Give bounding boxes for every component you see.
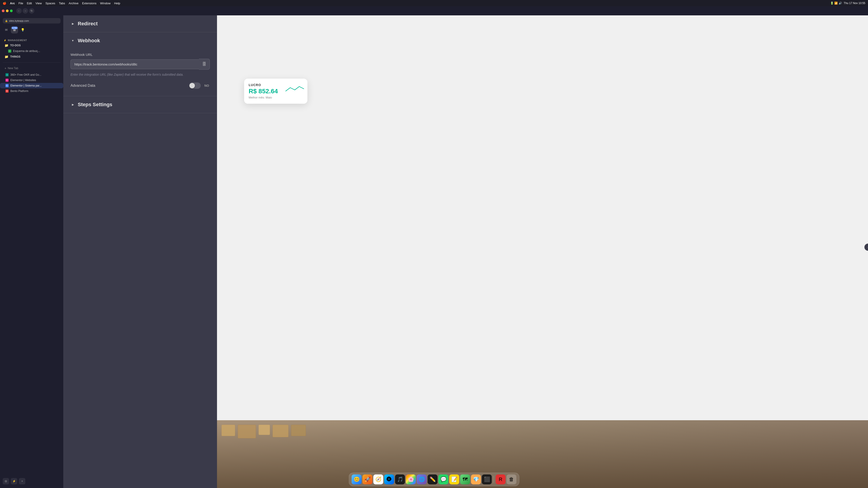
sidebar-item-elementor-sistema[interactable]: E Elementor | Sistema par... <box>0 83 63 88</box>
sidebar-tab-badge: in 5m <box>11 27 18 29</box>
url-text: sites.kyteapp.com <box>9 20 58 22</box>
steps-settings-section: ▶ Steps Settings <box>63 96 217 113</box>
webhook-section-body: Webhook URL 🗄 Enter the integration URL … <box>63 49 217 96</box>
browser-window: ← → ↻ 🔒 sites.kyteapp.com ✉ ⊞ in 5m 💡 <box>0 6 329 184</box>
favicon-bento: B <box>5 90 8 93</box>
sidebar-tab-grid[interactable]: ⊞ in 5m <box>11 26 18 33</box>
folder-things-label: THINGS <box>10 55 20 58</box>
webhook-toggle-icon: ▼ <box>70 38 75 43</box>
sidebar-item-bento-label: Bento Platform <box>10 90 28 93</box>
webhook-section-header[interactable]: ▼ Webhook <box>63 32 217 49</box>
folder-yellow-icon: 📁 <box>4 55 8 59</box>
webhook-url-action-button[interactable]: 🗄 <box>199 59 210 70</box>
sidebar-item-bento[interactable]: B Bento Platform <box>0 88 63 94</box>
favicon-elementor-sistema: E <box>5 84 8 87</box>
database-icon: 🗄 <box>202 62 206 67</box>
sidebar-item-elementor-websites[interactable]: E Elementor | Websites <box>0 77 63 83</box>
sidebar: 🔒 sites.kyteapp.com ✉ ⊞ in 5m 💡 ⚡ Manage… <box>0 15 63 184</box>
toggle-state-text: NO <box>204 84 210 88</box>
favicon-elementor-web: E <box>5 78 8 82</box>
maximize-button[interactable] <box>10 9 13 12</box>
bento-card-chart <box>286 83 304 92</box>
url-input-row: 🗄 <box>70 59 210 70</box>
menu-bar: 🍎 Arc File Edit View Spaces Tabs Archive… <box>0 0 329 6</box>
form-panel: ▶ Redirect ▼ Webhook Webhook URL <box>63 15 217 184</box>
browser-body: 🔒 sites.kyteapp.com ✉ ⊞ in 5m 💡 ⚡ Manage… <box>0 15 329 184</box>
window-controls <box>2 9 13 12</box>
right-panel: LUCRO R$ 852.64 Melhor mês: Maio <box>217 15 329 184</box>
lock-icon: 🔒 <box>5 20 8 22</box>
sidebar-item-okr[interactable]: 3 360+ Free OKR and Go... <box>0 72 63 77</box>
sidebar-folder-things[interactable]: 📁 THINGS <box>3 54 61 60</box>
menu-help[interactable]: Help <box>114 2 120 5</box>
redirect-toggle-icon: ▶ <box>70 22 75 26</box>
sidebar-tab-mail[interactable]: ✉ <box>3 26 10 33</box>
sidebar-tab-light[interactable]: 💡 <box>19 26 26 33</box>
advanced-data-label: Advanced Data <box>70 84 185 88</box>
sidebar-item-okr-label: 360+ Free OKR and Go... <box>10 73 41 76</box>
toggle-knob <box>189 83 195 88</box>
url-bar[interactable]: 🔒 sites.kyteapp.com <box>3 18 61 24</box>
webhook-hint: Enter the integration URL (like Zapier) … <box>70 72 210 77</box>
sidebar-item-elementor-sistema-label: Elementor | Sistema par... <box>10 84 41 87</box>
bolt-icon: ⚡ <box>4 39 6 41</box>
bento-card-subtitle: Melhor mês: Maio <box>249 96 303 99</box>
sidebar-tabs: ✉ ⊞ in 5m 💡 <box>0 25 63 34</box>
minimize-button[interactable] <box>6 9 8 12</box>
webhook-url-field-group: Webhook URL 🗄 Enter the integration URL … <box>70 53 210 77</box>
tab-bar: ← → ↻ <box>0 6 329 15</box>
close-button[interactable] <box>2 9 4 12</box>
menu-view[interactable]: View <box>35 2 42 5</box>
redirect-section-header[interactable]: ▶ Redirect <box>63 15 217 32</box>
plus-icon: + <box>4 66 6 70</box>
bento-card: LUCRO R$ 852.64 Melhor mês: Maio <box>244 78 307 104</box>
advanced-data-toggle[interactable] <box>189 83 201 89</box>
back-button[interactable]: ← <box>16 8 22 13</box>
sidebar-folder-todos[interactable]: 📁 TO-DOS <box>3 42 61 48</box>
new-tab-row[interactable]: + New Tab <box>3 65 61 71</box>
redirect-section: ▶ Redirect <box>63 15 217 32</box>
steps-settings-title: Steps Settings <box>78 102 112 107</box>
sidebar-item-esquema[interactable]: E Esquema de atribuiç... <box>3 48 61 54</box>
menu-archive[interactable]: Archive <box>69 2 79 5</box>
menu-window[interactable]: Window <box>100 2 111 5</box>
webhook-url-label: Webhook URL <box>70 53 210 57</box>
steps-settings-header[interactable]: ▶ Steps Settings <box>63 96 217 113</box>
menu-edit[interactable]: Edit <box>27 2 32 5</box>
menu-bar-left: 🍎 Arc File Edit View Spaces Tabs Archive… <box>3 2 120 5</box>
nav-buttons: ← → ↻ <box>16 8 34 13</box>
webhook-section-title: Webhook <box>78 38 100 43</box>
steps-settings-toggle-icon: ▶ <box>70 102 75 107</box>
menu-spaces[interactable]: Spaces <box>45 2 55 5</box>
sidebar-item-esquema-label: Esquema de atribuiç... <box>13 50 40 53</box>
advanced-data-toggle-row: Advanced Data NO <box>70 83 210 89</box>
menu-file[interactable]: File <box>19 2 23 5</box>
refresh-button[interactable]: ↻ <box>29 8 34 13</box>
main-content: ▶ Redirect ▼ Webhook Webhook URL <box>63 15 329 184</box>
favicon-okr: 3 <box>5 73 8 76</box>
redirect-section-title: Redirect <box>78 21 98 27</box>
webhook-url-input[interactable] <box>70 59 199 69</box>
menu-tabs[interactable]: Tabs <box>59 2 65 5</box>
folder-blue-icon: 📁 <box>4 43 8 47</box>
folder-todos-label: TO-DOS <box>10 44 21 47</box>
menu-extensions[interactable]: Extensions <box>82 2 96 5</box>
bento-card-subtitle-value: Maio <box>266 96 272 99</box>
bento-card-subtitle-label: Melhor mês: <box>249 96 265 99</box>
favicon-esquema: E <box>8 50 11 53</box>
sidebar-section-management-header: ⚡ Management <box>3 38 61 42</box>
new-tab-label: New Tab <box>8 67 18 70</box>
forward-button[interactable]: → <box>23 8 28 13</box>
webhook-section: ▼ Webhook Webhook URL 🗄 E <box>63 32 217 96</box>
apple-menu[interactable]: 🍎 <box>3 2 6 5</box>
sidebar-divider-1 <box>3 62 61 63</box>
app-name[interactable]: Arc <box>10 2 15 5</box>
sidebar-section-management: ⚡ Management 📁 TO-DOS E Esquema de atrib… <box>0 37 63 61</box>
management-label: Management <box>8 39 27 41</box>
sidebar-item-elementor-websites-label: Elementor | Websites <box>10 78 36 82</box>
